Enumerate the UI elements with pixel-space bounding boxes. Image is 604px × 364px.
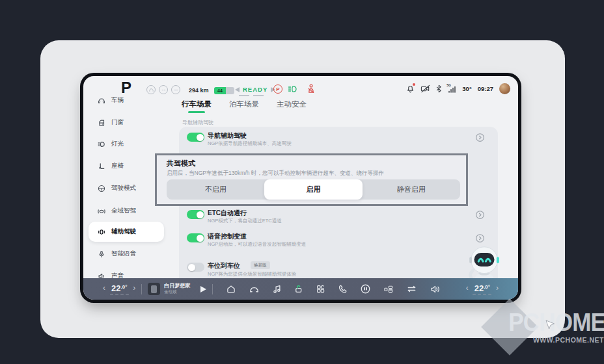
row-subtitle: NGP将为您提供全场景智能辅助驾驶体验 (208, 271, 296, 278)
row-detail-chevron-icon[interactable] (475, 133, 485, 142)
sidebar-item-assisted-driving[interactable]: 辅助驾驶 (89, 222, 164, 242)
sidebar-item-drive-mode[interactable]: 驾驶模式 (89, 178, 164, 198)
tab-active-safety[interactable]: 主动安全 (277, 99, 307, 113)
sidebar-item-lights[interactable]: 灯光 (89, 134, 164, 154)
camera-off-icon (420, 84, 430, 93)
media-artist: 金玟岐 (164, 289, 190, 294)
p2p-toggle[interactable] (187, 263, 204, 272)
climate-right: ‹ 22.0° › (466, 283, 499, 295)
unlock-icon[interactable] (294, 284, 303, 294)
sidebar-item-label: 辅助驾驶 (111, 228, 136, 236)
assistant-icon[interactable] (360, 283, 371, 294)
music-icon[interactable] (272, 284, 281, 294)
option-silent-enable[interactable]: 静音启用 (363, 179, 460, 200)
codrive-mode-highlight: 共驾模式 启用后，当NGP车速低于130km/h 时，您可以手动控制车辆进行超车… (155, 153, 468, 206)
parking-brake-icon: P (273, 84, 282, 94)
driver-temp[interactable]: 22.0° (111, 283, 127, 293)
codrive-title: 共驾模式 (167, 159, 195, 168)
section-label: 导航辅助驾驶 (182, 119, 213, 126)
etc-toggle[interactable] (187, 210, 204, 219)
car-display: P 294 km 44 READY P (83, 76, 518, 300)
row-detail-chevron-icon[interactable] (475, 210, 485, 220)
codrive-description: 启用后，当NGP车速低于130km/h 时，您可以手动控制车辆进行超车、变道、绕… (167, 170, 384, 177)
temp-down-chevron[interactable]: ‹ (103, 284, 105, 292)
fan-level-dashes (473, 294, 491, 295)
sidebar-item-voice[interactable]: 智能语音 (89, 244, 164, 264)
seatbelt-warning-icon (307, 84, 315, 94)
sidebar-item-label: 车辆 (111, 96, 124, 105)
media-title: 白日梦想家 (164, 283, 190, 289)
tab-parking-scene[interactable]: 泊车场景 (229, 99, 259, 113)
lka-status-icon (171, 85, 180, 94)
row-subtitle: NGP依据导航路径辅助城市、高速驾驶 (208, 140, 292, 147)
fan-level-dashes (110, 294, 129, 295)
sidebar-item-label: 门窗 (111, 118, 124, 127)
temp-down-chevron[interactable]: ‹ (466, 284, 469, 292)
album-art (148, 283, 160, 295)
page: { "statusbar": { "gear": "P", "range": "… (0, 0, 604, 364)
row-subtitle: NGP启动后，可以通过语音发起智能辅助变道 (208, 241, 306, 248)
watermark-url: WWW.PCHOME.NET (480, 336, 604, 344)
sidebar-item-doors[interactable]: 门窗 (89, 112, 164, 133)
sidebar-item-smart-driving[interactable]: 全域智驾 (89, 201, 164, 221)
battery-percent: 44 (214, 87, 226, 94)
row-title: 导航辅助驾驶 (208, 131, 247, 140)
option-disable[interactable]: 不启用 (167, 179, 264, 200)
scene-tabs: 行车场景 泊车场景 主动安全 (182, 99, 307, 113)
battery-gauge: 44 (214, 87, 234, 94)
bluetooth-icon (436, 84, 442, 93)
row-title: ETC自动通行 (208, 209, 247, 218)
media-widget[interactable]: 白日梦想家 金玟岐 (148, 283, 206, 295)
range-remaining: 294 km (189, 87, 209, 94)
sidebar-item-label: 全域智驾 (111, 207, 136, 215)
ready-indicator: READY (235, 86, 275, 93)
notification-bell-icon (406, 84, 415, 94)
sidebar-item-vehicle[interactable]: 车辆 (89, 90, 164, 110)
voice-lane-toggle[interactable] (187, 233, 204, 242)
temp-up-chevron[interactable]: › (133, 284, 135, 292)
sidebar-item-seats[interactable]: 座椅 (89, 156, 164, 176)
notification-dot (413, 83, 415, 86)
sidebar-item-label: 驾驶模式 (111, 184, 136, 192)
headlight-beam-icon (288, 85, 297, 93)
clock: 09:27 (478, 85, 493, 92)
tab-driving-scene[interactable]: 行车场景 (182, 99, 212, 113)
sidebar-item-label: 智能语音 (111, 250, 136, 258)
dock-bar: ‹ 22.0° › 白日梦想家 金玟岐 (83, 278, 518, 300)
option-enable[interactable]: 启用 (264, 179, 362, 200)
karaoke-icon[interactable] (383, 285, 394, 294)
sidebar-item-label: 灯光 (111, 140, 124, 148)
climate-left: ‹ 22.0° › (103, 283, 135, 295)
dock-divider (141, 284, 142, 294)
user-avatar[interactable] (499, 83, 510, 94)
new-version-badge: 焕新版 (251, 261, 270, 269)
turn-signal-left-icon (235, 87, 240, 92)
passenger-temp[interactable]: 22.0° (474, 283, 490, 293)
nav-assist-toggle[interactable] (187, 133, 204, 142)
volume-icon[interactable] (430, 285, 441, 294)
phone-icon[interactable] (338, 284, 348, 294)
outside-temp: 30° (462, 85, 471, 92)
apps-grid-icon[interactable] (316, 284, 325, 294)
temp-up-chevron[interactable]: › (496, 284, 499, 292)
ready-underlines (239, 95, 264, 96)
play-button[interactable] (200, 286, 206, 292)
row-title: 语音控制变道 (208, 232, 247, 241)
cursor-arrow-icon (545, 320, 555, 332)
row-detail-chevron-icon[interactable] (475, 233, 485, 243)
dock-divider (212, 284, 213, 294)
sidebar-item-label: 座椅 (111, 162, 124, 170)
lane-swap-icon[interactable] (406, 285, 417, 293)
car-icon[interactable] (249, 285, 260, 294)
codrive-segmented-control: 不启用 启用 静音启用 (167, 179, 460, 200)
home-icon[interactable] (226, 284, 236, 294)
pchome-watermark: PCHOME WWW.PCHOME.NET (480, 309, 604, 344)
status-right-cluster: 5G 30° 09:27 (406, 83, 510, 94)
dock-app-icons (226, 283, 441, 294)
cell-signal-icon: 5G (448, 85, 456, 93)
row-title: 车位到车位 (208, 261, 240, 270)
row-subtitle: NGP模式下，将自动通过ETC通道 (208, 218, 282, 224)
